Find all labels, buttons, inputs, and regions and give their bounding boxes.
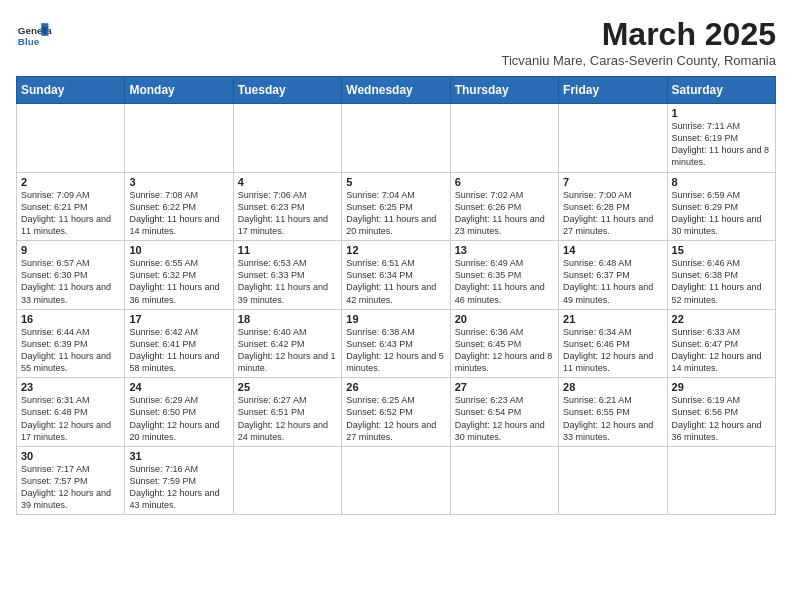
logo-icon: General Blue: [16, 16, 52, 52]
calendar-cell: 29Sunrise: 6:19 AM Sunset: 6:56 PM Dayli…: [667, 378, 775, 447]
calendar-cell: 5Sunrise: 7:04 AM Sunset: 6:25 PM Daylig…: [342, 172, 450, 241]
weekday-header-monday: Monday: [125, 77, 233, 104]
calendar-cell: 24Sunrise: 6:29 AM Sunset: 6:50 PM Dayli…: [125, 378, 233, 447]
day-number: 11: [238, 244, 337, 256]
day-info: Sunrise: 6:51 AM Sunset: 6:34 PM Dayligh…: [346, 257, 445, 306]
day-info: Sunrise: 6:25 AM Sunset: 6:52 PM Dayligh…: [346, 394, 445, 443]
calendar-cell: [17, 104, 125, 173]
day-info: Sunrise: 7:00 AM Sunset: 6:28 PM Dayligh…: [563, 189, 662, 238]
day-number: 12: [346, 244, 445, 256]
calendar-cell: [559, 446, 667, 515]
day-info: Sunrise: 7:02 AM Sunset: 6:26 PM Dayligh…: [455, 189, 554, 238]
calendar-week-4: 16Sunrise: 6:44 AM Sunset: 6:39 PM Dayli…: [17, 309, 776, 378]
day-number: 26: [346, 381, 445, 393]
calendar-cell: [667, 446, 775, 515]
calendar-cell: 14Sunrise: 6:48 AM Sunset: 6:37 PM Dayli…: [559, 241, 667, 310]
day-number: 28: [563, 381, 662, 393]
calendar-table: SundayMondayTuesdayWednesdayThursdayFrid…: [16, 76, 776, 515]
calendar-week-5: 23Sunrise: 6:31 AM Sunset: 6:48 PM Dayli…: [17, 378, 776, 447]
calendar-cell: [342, 446, 450, 515]
day-info: Sunrise: 6:31 AM Sunset: 6:48 PM Dayligh…: [21, 394, 120, 443]
calendar-cell: [233, 104, 341, 173]
weekday-header-sunday: Sunday: [17, 77, 125, 104]
day-info: Sunrise: 6:21 AM Sunset: 6:55 PM Dayligh…: [563, 394, 662, 443]
calendar-cell: [125, 104, 233, 173]
day-number: 24: [129, 381, 228, 393]
calendar-cell: [450, 104, 558, 173]
month-title: March 2025: [501, 16, 776, 53]
calendar-cell: 18Sunrise: 6:40 AM Sunset: 6:42 PM Dayli…: [233, 309, 341, 378]
day-info: Sunrise: 7:08 AM Sunset: 6:22 PM Dayligh…: [129, 189, 228, 238]
day-number: 23: [21, 381, 120, 393]
day-info: Sunrise: 6:55 AM Sunset: 6:32 PM Dayligh…: [129, 257, 228, 306]
weekday-header-saturday: Saturday: [667, 77, 775, 104]
day-number: 13: [455, 244, 554, 256]
day-info: Sunrise: 7:09 AM Sunset: 6:21 PM Dayligh…: [21, 189, 120, 238]
day-number: 15: [672, 244, 771, 256]
day-number: 27: [455, 381, 554, 393]
calendar-cell: 25Sunrise: 6:27 AM Sunset: 6:51 PM Dayli…: [233, 378, 341, 447]
weekday-header-tuesday: Tuesday: [233, 77, 341, 104]
day-number: 10: [129, 244, 228, 256]
day-info: Sunrise: 7:11 AM Sunset: 6:19 PM Dayligh…: [672, 120, 771, 169]
day-number: 30: [21, 450, 120, 462]
weekday-header-row: SundayMondayTuesdayWednesdayThursdayFrid…: [17, 77, 776, 104]
day-number: 16: [21, 313, 120, 325]
day-number: 31: [129, 450, 228, 462]
day-info: Sunrise: 6:27 AM Sunset: 6:51 PM Dayligh…: [238, 394, 337, 443]
logo: General Blue: [16, 16, 52, 52]
calendar-cell: 12Sunrise: 6:51 AM Sunset: 6:34 PM Dayli…: [342, 241, 450, 310]
day-info: Sunrise: 6:23 AM Sunset: 6:54 PM Dayligh…: [455, 394, 554, 443]
calendar-cell: 22Sunrise: 6:33 AM Sunset: 6:47 PM Dayli…: [667, 309, 775, 378]
day-info: Sunrise: 6:44 AM Sunset: 6:39 PM Dayligh…: [21, 326, 120, 375]
day-info: Sunrise: 6:46 AM Sunset: 6:38 PM Dayligh…: [672, 257, 771, 306]
calendar-cell: 15Sunrise: 6:46 AM Sunset: 6:38 PM Dayli…: [667, 241, 775, 310]
day-number: 4: [238, 176, 337, 188]
day-info: Sunrise: 7:17 AM Sunset: 7:57 PM Dayligh…: [21, 463, 120, 512]
day-info: Sunrise: 6:36 AM Sunset: 6:45 PM Dayligh…: [455, 326, 554, 375]
day-info: Sunrise: 6:42 AM Sunset: 6:41 PM Dayligh…: [129, 326, 228, 375]
day-number: 22: [672, 313, 771, 325]
day-number: 14: [563, 244, 662, 256]
calendar-cell: 19Sunrise: 6:38 AM Sunset: 6:43 PM Dayli…: [342, 309, 450, 378]
calendar-cell: 2Sunrise: 7:09 AM Sunset: 6:21 PM Daylig…: [17, 172, 125, 241]
day-info: Sunrise: 6:57 AM Sunset: 6:30 PM Dayligh…: [21, 257, 120, 306]
day-number: 8: [672, 176, 771, 188]
calendar-week-3: 9Sunrise: 6:57 AM Sunset: 6:30 PM Daylig…: [17, 241, 776, 310]
day-number: 25: [238, 381, 337, 393]
calendar-cell: 3Sunrise: 7:08 AM Sunset: 6:22 PM Daylig…: [125, 172, 233, 241]
day-info: Sunrise: 7:06 AM Sunset: 6:23 PM Dayligh…: [238, 189, 337, 238]
day-number: 18: [238, 313, 337, 325]
day-number: 2: [21, 176, 120, 188]
calendar-cell: 13Sunrise: 6:49 AM Sunset: 6:35 PM Dayli…: [450, 241, 558, 310]
day-number: 6: [455, 176, 554, 188]
day-number: 9: [21, 244, 120, 256]
calendar-cell: 20Sunrise: 6:36 AM Sunset: 6:45 PM Dayli…: [450, 309, 558, 378]
day-number: 7: [563, 176, 662, 188]
day-number: 21: [563, 313, 662, 325]
calendar-cell: 7Sunrise: 7:00 AM Sunset: 6:28 PM Daylig…: [559, 172, 667, 241]
day-number: 5: [346, 176, 445, 188]
day-number: 20: [455, 313, 554, 325]
calendar-cell: 4Sunrise: 7:06 AM Sunset: 6:23 PM Daylig…: [233, 172, 341, 241]
day-info: Sunrise: 6:49 AM Sunset: 6:35 PM Dayligh…: [455, 257, 554, 306]
calendar-cell: 23Sunrise: 6:31 AM Sunset: 6:48 PM Dayli…: [17, 378, 125, 447]
day-info: Sunrise: 6:40 AM Sunset: 6:42 PM Dayligh…: [238, 326, 337, 375]
day-info: Sunrise: 6:29 AM Sunset: 6:50 PM Dayligh…: [129, 394, 228, 443]
title-area: March 2025 Ticvaniu Mare, Caras-Severin …: [501, 16, 776, 68]
calendar-cell: 31Sunrise: 7:16 AM Sunset: 7:59 PM Dayli…: [125, 446, 233, 515]
day-info: Sunrise: 7:16 AM Sunset: 7:59 PM Dayligh…: [129, 463, 228, 512]
location-subtitle: Ticvaniu Mare, Caras-Severin County, Rom…: [501, 53, 776, 68]
weekday-header-thursday: Thursday: [450, 77, 558, 104]
day-number: 19: [346, 313, 445, 325]
calendar-cell: 30Sunrise: 7:17 AM Sunset: 7:57 PM Dayli…: [17, 446, 125, 515]
weekday-header-friday: Friday: [559, 77, 667, 104]
calendar-week-6: 30Sunrise: 7:17 AM Sunset: 7:57 PM Dayli…: [17, 446, 776, 515]
calendar-cell: [450, 446, 558, 515]
calendar-cell: 11Sunrise: 6:53 AM Sunset: 6:33 PM Dayli…: [233, 241, 341, 310]
calendar-cell: [342, 104, 450, 173]
day-number: 1: [672, 107, 771, 119]
day-info: Sunrise: 6:19 AM Sunset: 6:56 PM Dayligh…: [672, 394, 771, 443]
calendar-cell: 26Sunrise: 6:25 AM Sunset: 6:52 PM Dayli…: [342, 378, 450, 447]
day-info: Sunrise: 6:48 AM Sunset: 6:37 PM Dayligh…: [563, 257, 662, 306]
